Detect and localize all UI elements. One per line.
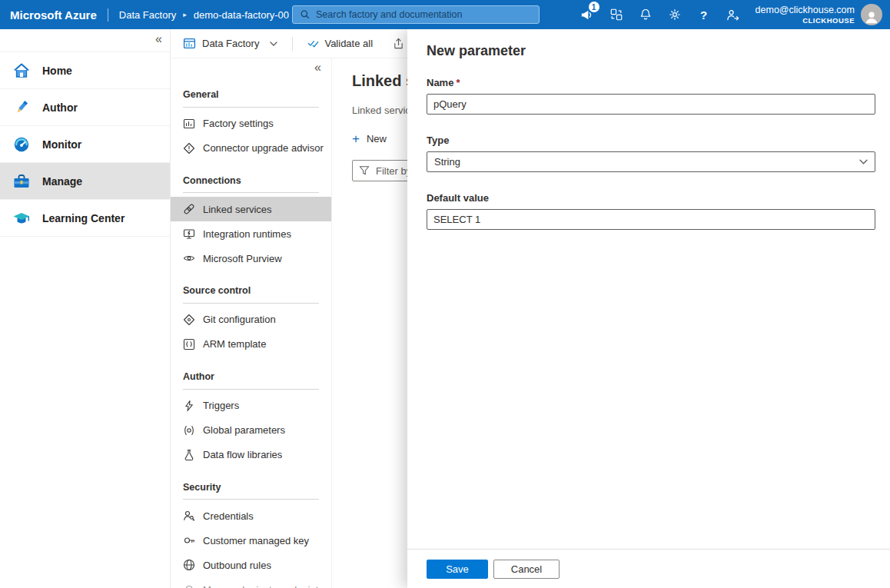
validate-all-button[interactable]: Validate all (307, 38, 373, 49)
directory-switch-button[interactable] (602, 0, 631, 29)
help-button[interactable]: ? (689, 0, 719, 29)
default-value-input[interactable] (427, 209, 875, 230)
nav-item-learning-center[interactable]: Learning Center (0, 200, 170, 237)
graduation-cap-icon (12, 208, 32, 228)
help-icon: ? (700, 8, 707, 22)
integration-runtimes-icon (183, 228, 195, 240)
nav-item-home[interactable]: Home (0, 52, 170, 89)
account-menu[interactable]: demo@clickhouse.com CLICKHOUSE (756, 5, 855, 25)
search-box[interactable] (292, 5, 540, 24)
nav-item-monitor[interactable]: Monitor (0, 126, 170, 163)
menu-item-customer-managed-key[interactable]: Customer managed key (171, 528, 331, 553)
factory-menu-chevron-icon[interactable] (270, 42, 277, 46)
breadcrumb-chevron-icon: ▸ (183, 11, 187, 18)
nav-item-manage[interactable]: Manage (0, 163, 170, 200)
breadcrumb-factory-name[interactable]: demo-data-factory-00 (194, 9, 289, 21)
menu-item-factory-settings[interactable]: Factory settings (171, 111, 331, 136)
type-select[interactable]: String (427, 151, 875, 172)
bell-icon (639, 8, 653, 22)
globe-icon (183, 559, 195, 571)
announcements-button[interactable]: 1 (573, 0, 602, 29)
menu-item-label: Credentials (203, 510, 254, 522)
feedback-button[interactable] (719, 0, 748, 29)
breadcrumb-app[interactable]: Data Factory (119, 9, 176, 21)
section-divider (183, 499, 319, 500)
menu-section-general: General Factory settings Connector upgra… (171, 83, 331, 161)
menu-item-label: Data flow libraries (203, 449, 282, 460)
factory-menu-label[interactable]: Data Factory (202, 38, 259, 49)
nav-item-label: Home (42, 65, 72, 77)
export-button[interactable] (393, 38, 404, 49)
nav-item-label: Monitor (42, 138, 81, 151)
type-select-value: String (434, 156, 460, 168)
name-label-text: Name (427, 77, 453, 88)
name-input[interactable] (427, 94, 875, 115)
menu-section-author: Author Triggers Global parameters (171, 365, 331, 467)
key-icon (183, 534, 195, 546)
account-org: CLICKHOUSE (756, 16, 855, 25)
menu-item-outbound-rules[interactable]: Outbound rules (171, 553, 331, 577)
required-asterisk: * (456, 77, 460, 88)
menu-item-arm-template[interactable]: ARM template (171, 332, 331, 357)
menu-item-linked-services[interactable]: Linked services (171, 197, 331, 221)
topbar-divider (108, 8, 108, 22)
funnel-icon (359, 165, 370, 176)
notifications-button[interactable] (631, 0, 660, 29)
search-icon (300, 9, 311, 20)
new-button-label: New (367, 133, 387, 145)
name-field-group: Name* (427, 77, 875, 115)
search-input[interactable] (316, 9, 532, 20)
chevron-down-icon (859, 159, 868, 164)
cancel-button[interactable]: Cancel (493, 560, 560, 579)
menu-item-label: Microsoft Purview (203, 253, 282, 264)
menu-item-global-parameters[interactable]: Global parameters (171, 418, 331, 443)
pencil-icon (12, 98, 32, 118)
git-icon (183, 314, 195, 326)
menu-item-credentials[interactable]: Credentials (171, 503, 331, 528)
settings-button[interactable] (660, 0, 689, 29)
menu-item-triggers[interactable]: Triggers (171, 394, 331, 418)
toolbar-divider (292, 37, 293, 51)
new-linked-service-button[interactable]: + New (352, 132, 387, 145)
menu-item-label: ARM template (203, 338, 266, 350)
purview-eye-icon (183, 252, 195, 264)
name-label: Name* (427, 77, 875, 88)
azure-logo[interactable]: Microsoft Azure (10, 8, 97, 22)
menu-item-connector-upgrade-advisor[interactable]: Connector upgrade advisor (171, 136, 331, 161)
account-email: demo@clickhouse.com (756, 5, 855, 16)
menu-item-git-configuration[interactable]: Git configuration (171, 307, 331, 332)
menu-item-label: Triggers (203, 400, 239, 411)
menu-item-label: Outbound rules (203, 560, 271, 571)
new-parameter-flyout: New parameter Name* Type String Default … (407, 29, 890, 588)
toolbox-icon (12, 171, 32, 191)
menu-item-integration-runtimes[interactable]: Integration runtimes (171, 221, 331, 246)
left-navigation: « Home Aut (0, 29, 171, 588)
menu-item-label: Git configuration (203, 314, 276, 325)
section-divider (183, 303, 319, 304)
avatar[interactable] (861, 4, 882, 25)
nav-item-label: Manage (42, 175, 82, 188)
linked-services-icon (183, 203, 195, 215)
menu-collapse-button[interactable]: « (314, 61, 321, 75)
topbar-icons: 1 (573, 0, 748, 29)
menu-item-data-flow-libraries[interactable]: Data flow libraries (171, 443, 331, 467)
menu-item-microsoft-purview[interactable]: Microsoft Purview (171, 246, 331, 271)
save-button[interactable]: Save (427, 560, 488, 579)
menu-item-label: Managed private endpoints (203, 584, 324, 588)
home-icon (12, 61, 32, 81)
avatar-person-icon (863, 8, 880, 25)
menu-section-header: Author (171, 365, 331, 384)
type-label: Type (427, 135, 875, 146)
menu-section-header: Source control (171, 279, 331, 297)
diamond-advisor-icon (183, 142, 195, 154)
section-divider (183, 192, 319, 193)
left-nav-collapse-button[interactable]: « (155, 32, 162, 46)
flyout-title: New parameter (427, 43, 875, 59)
menu-item-label: Customer managed key (203, 535, 309, 546)
nav-item-author[interactable]: Author (0, 89, 170, 126)
menu-section-source-control: Source control Git configuration ARM tem… (171, 279, 331, 357)
menu-section-security: Security Credentials Customer managed ke… (171, 476, 331, 588)
gear-icon (668, 8, 682, 22)
person-arrow-icon (726, 8, 740, 22)
menu-item-managed-private-endpoints[interactable]: Managed private endpoints (171, 577, 331, 588)
